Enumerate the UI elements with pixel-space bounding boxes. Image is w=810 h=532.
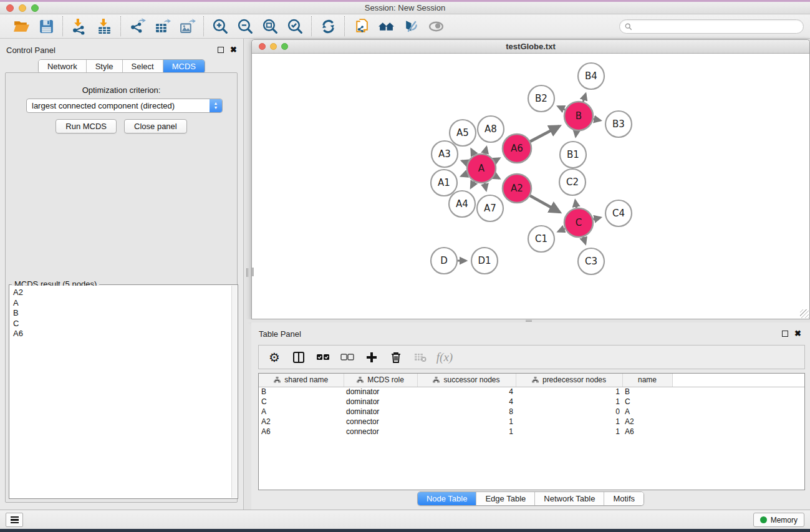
- mcds-list-scrollbar[interactable]: [231, 286, 237, 498]
- graph-node-C3[interactable]: C3: [578, 248, 604, 274]
- show-task-history-button[interactable]: [6, 513, 23, 527]
- float-panel-icon[interactable]: [218, 47, 224, 53]
- table-cell[interactable]: A6: [622, 427, 672, 437]
- window-resize-grip[interactable]: [800, 309, 809, 318]
- graph-edge-B-B3[interactable]: [594, 119, 600, 120]
- graph-edge-A-A1[interactable]: [461, 174, 468, 177]
- graph-edge-B-B2[interactable]: [558, 107, 565, 110]
- graph-edge-A-A6[interactable]: [494, 158, 499, 161]
- table-cell[interactable]: [672, 427, 804, 437]
- hide-labels-icon[interactable]: [402, 17, 420, 36]
- column-header-successor-nodes[interactable]: successor nodes: [417, 374, 516, 387]
- search-input[interactable]: [635, 22, 803, 31]
- gear-icon[interactable]: ⚙: [268, 350, 281, 365]
- graph-node-C[interactable]: C: [564, 208, 593, 237]
- column-header-shared-name[interactable]: shared name: [259, 374, 344, 387]
- mcds-result-item[interactable]: A6: [10, 329, 231, 339]
- graph-edge-C-C3[interactable]: [583, 237, 586, 244]
- graph-edge-B-B4[interactable]: [583, 94, 586, 102]
- graph-edge-A2-C[interactable]: [530, 196, 559, 212]
- deselect-all-icon[interactable]: [340, 350, 354, 365]
- table-cell[interactable]: 4: [417, 387, 516, 397]
- zoom-out-icon[interactable]: [236, 17, 254, 36]
- graph-node-A5[interactable]: A5: [450, 120, 476, 146]
- graph-node-A1[interactable]: A1: [431, 170, 457, 196]
- graph-edge-C-C1[interactable]: [558, 229, 565, 232]
- table-cell[interactable]: [672, 417, 804, 427]
- search-box[interactable]: [619, 19, 804, 34]
- columns-icon[interactable]: [292, 350, 306, 365]
- tab-select[interactable]: Select: [123, 60, 163, 73]
- graph-node-A7[interactable]: A7: [477, 195, 503, 221]
- table-cell[interactable]: 4: [417, 397, 516, 407]
- optimization-criterion-select[interactable]: largest connected component (directed) ▲…: [26, 99, 223, 113]
- table-cell[interactable]: A6: [259, 427, 344, 437]
- tab-network-table[interactable]: Network Table: [535, 492, 604, 505]
- new-network-icon[interactable]: [352, 17, 370, 36]
- graph-edge-A-A5[interactable]: [471, 149, 475, 155]
- apply-layout-icon[interactable]: [319, 17, 337, 36]
- minimize-window-icon[interactable]: [19, 4, 26, 12]
- close-panel-button[interactable]: Close panel: [124, 119, 187, 133]
- tab-style[interactable]: Style: [87, 60, 123, 73]
- table-cell[interactable]: dominator: [344, 407, 417, 417]
- table-cell[interactable]: 1: [516, 417, 622, 427]
- tab-network[interactable]: Network: [39, 60, 87, 73]
- table-cell[interactable]: A: [259, 407, 344, 417]
- panel-divider-vertical[interactable]: [244, 39, 251, 510]
- table-row[interactable]: Bdominator41B: [259, 387, 804, 397]
- home-icon[interactable]: [377, 17, 395, 36]
- table-row[interactable]: A2connector11A2: [259, 417, 804, 427]
- float-table-panel-icon[interactable]: [782, 331, 788, 337]
- mcds-result-item[interactable]: A2: [10, 288, 231, 298]
- table-cell[interactable]: C: [622, 397, 672, 407]
- export-network-icon[interactable]: [128, 17, 147, 36]
- table-cell[interactable]: 1: [417, 417, 516, 427]
- mcds-result-item[interactable]: C: [10, 319, 231, 329]
- graph-edge-A-A4[interactable]: [471, 181, 474, 188]
- zoom-fit-icon[interactable]: [261, 17, 279, 36]
- column-header-mcds-role[interactable]: MCDS role: [344, 374, 417, 387]
- table-cell[interactable]: 0: [516, 407, 622, 417]
- network-minimize-icon[interactable]: [270, 43, 277, 50]
- table-cell[interactable]: [672, 397, 804, 407]
- table-cell[interactable]: 1: [516, 397, 622, 407]
- table-cell[interactable]: A2: [622, 417, 672, 427]
- graph-edge-C-C2[interactable]: [576, 200, 577, 208]
- network-canvas[interactable]: B4B2BB3A8A5A6A3B1AC2A1A2A4A7C4CC1DD1C3: [252, 54, 809, 319]
- network-window-titlebar[interactable]: testGlobe.txt: [252, 40, 809, 54]
- graph-edge-A-A2[interactable]: [494, 176, 499, 178]
- column-header-predecessor-nodes[interactable]: predecessor nodes: [516, 374, 622, 387]
- graph-edge-B-B1[interactable]: [576, 131, 576, 137]
- tab-node-table[interactable]: Node Table: [418, 492, 477, 505]
- select-all-icon[interactable]: [316, 350, 330, 365]
- tab-motifs[interactable]: Motifs: [604, 492, 644, 505]
- node-table[interactable]: shared name MCDS role successor nodes pr…: [258, 373, 805, 490]
- network-close-icon[interactable]: [259, 43, 266, 50]
- mcds-result-list[interactable]: A2ABCA6: [10, 286, 231, 498]
- table-cell[interactable]: [672, 387, 804, 397]
- table-cell[interactable]: connector: [344, 427, 417, 437]
- column-header-name[interactable]: name: [622, 374, 672, 387]
- graph-node-D[interactable]: D: [431, 248, 457, 274]
- table-cell[interactable]: B: [622, 387, 672, 397]
- save-session-icon[interactable]: [37, 17, 55, 36]
- export-table-icon[interactable]: [153, 17, 171, 36]
- graph-node-B3[interactable]: B3: [605, 111, 632, 137]
- table-cell[interactable]: 8: [417, 407, 516, 417]
- table-row[interactable]: A6connector11A6: [259, 427, 804, 437]
- close-table-panel-icon[interactable]: ✖: [794, 331, 801, 337]
- mcds-result-item[interactable]: B: [10, 308, 231, 319]
- tab-mcds[interactable]: MCDS: [163, 60, 205, 73]
- graph-node-B1[interactable]: B1: [560, 142, 586, 168]
- network-maximize-icon[interactable]: [281, 43, 288, 50]
- table-cell[interactable]: A: [622, 407, 672, 417]
- tab-edge-table[interactable]: Edge Table: [476, 492, 535, 505]
- memory-button[interactable]: Memory: [753, 513, 804, 527]
- table-cell[interactable]: [672, 407, 804, 417]
- import-table-icon[interactable]: [95, 17, 113, 36]
- maximize-window-icon[interactable]: [31, 4, 39, 12]
- open-session-icon[interactable]: [12, 17, 31, 36]
- graph-node-A6[interactable]: A6: [503, 134, 531, 163]
- zoom-selected-icon[interactable]: [286, 17, 304, 36]
